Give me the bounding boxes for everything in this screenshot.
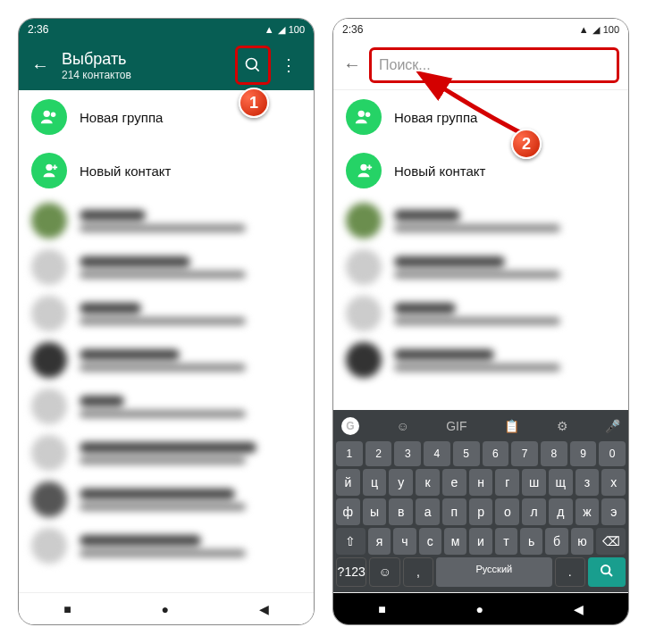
mic-icon[interactable]: 🎤	[605, 419, 620, 433]
search-input[interactable]: Поиск...	[379, 57, 609, 73]
list-item[interactable]	[19, 197, 314, 244]
key-5[interactable]: 5	[453, 441, 480, 466]
key-search[interactable]	[588, 557, 626, 587]
key-р[interactable]: р	[469, 498, 493, 525]
clipboard-icon[interactable]: 📋	[504, 419, 519, 433]
list-item[interactable]	[19, 523, 314, 569]
key-ы[interactable]: ы	[363, 498, 387, 525]
battery-icon: 100	[289, 24, 305, 35]
back-button[interactable]: ←	[339, 54, 366, 75]
new-contact-label: Новый контакт	[80, 163, 301, 179]
key-й[interactable]: й	[336, 469, 360, 496]
key-space[interactable]: Русский	[436, 557, 551, 587]
key-а[interactable]: а	[416, 498, 440, 525]
keyboard-row-2: фывапролджэ	[336, 498, 626, 525]
key-7[interactable]: 7	[511, 441, 538, 466]
key-в[interactable]: в	[389, 498, 413, 525]
list-item[interactable]	[333, 197, 628, 244]
key-я[interactable]: я	[368, 528, 391, 555]
key-с[interactable]: с	[419, 528, 441, 555]
key-к[interactable]: к	[416, 469, 440, 496]
list-item[interactable]	[333, 290, 628, 337]
key-п[interactable]: п	[442, 498, 466, 525]
key-у[interactable]: у	[389, 469, 413, 496]
key-щ[interactable]: щ	[549, 469, 573, 496]
keyboard: G ☺ GIF 📋 ⚙ 🎤 1234567890 йцукенгшщзх фыв…	[333, 410, 628, 592]
key-shift[interactable]: ⇧	[336, 528, 366, 555]
callout-badge-1: 1	[239, 88, 269, 118]
key-о[interactable]: о	[495, 498, 519, 525]
contact-list[interactable]: Новая группа Новый контакт	[19, 90, 314, 592]
svg-point-0	[247, 59, 257, 70]
android-navbar: ■ ● ◀	[19, 592, 314, 624]
list-item[interactable]	[19, 244, 314, 290]
key-э[interactable]: э	[601, 498, 626, 525]
key-8[interactable]: 8	[541, 441, 567, 466]
key-ю[interactable]: ю	[571, 528, 593, 555]
list-item[interactable]	[19, 476, 314, 523]
key-ж[interactable]: ж	[576, 498, 600, 525]
key-emoji[interactable]: ☺	[369, 557, 399, 587]
status-bar: 2:36 ▲ ◢ 100	[333, 19, 628, 40]
key-т[interactable]: т	[495, 528, 517, 555]
key-1[interactable]: 1	[336, 441, 363, 466]
key-з[interactable]: з	[576, 469, 600, 496]
key-и[interactable]: и	[469, 528, 492, 555]
key-symbols[interactable]: ?123	[336, 557, 366, 587]
key-л[interactable]: л	[522, 498, 546, 525]
list-item[interactable]	[333, 244, 628, 290]
menu-button[interactable]: ⋮	[271, 47, 307, 83]
key-6[interactable]: 6	[483, 441, 509, 466]
wifi-icon: ▲	[579, 24, 589, 35]
list-item[interactable]	[19, 290, 314, 337]
key-ф[interactable]: ф	[336, 498, 360, 525]
list-item[interactable]	[333, 337, 628, 383]
keyboard-row-3: ⇧ячсмитьбю⌫	[336, 528, 626, 555]
key-ь[interactable]: ь	[520, 528, 542, 555]
nav-recent[interactable]: ■	[63, 602, 71, 616]
new-contact-row[interactable]: Новый контакт	[333, 144, 628, 197]
svg-point-2	[44, 111, 50, 117]
nav-home[interactable]: ●	[476, 602, 483, 616]
key-3[interactable]: 3	[394, 441, 421, 466]
nav-back[interactable]: ◀	[574, 602, 584, 616]
key-4[interactable]: 4	[424, 441, 450, 466]
key-х[interactable]: х	[601, 469, 626, 496]
add-contact-icon	[346, 153, 382, 188]
key-ч[interactable]: ч	[393, 528, 416, 555]
gif-button[interactable]: GIF	[446, 419, 466, 433]
nav-recent[interactable]: ■	[378, 602, 385, 616]
list-item[interactable]	[19, 430, 314, 476]
key-е[interactable]: е	[442, 469, 466, 496]
nav-back[interactable]: ◀	[259, 602, 269, 616]
key-д[interactable]: д	[549, 498, 573, 525]
key-г[interactable]: г	[495, 469, 519, 496]
appbar: ← Выбрать 214 контактов ⋮	[19, 40, 314, 90]
key-period[interactable]: .	[555, 557, 585, 587]
callout-arrow	[416, 71, 567, 152]
key-ц[interactable]: ц	[363, 469, 387, 496]
key-ш[interactable]: ш	[522, 469, 546, 496]
appbar-title: Выбрать	[62, 50, 235, 69]
sticker-icon[interactable]: ☺	[396, 419, 408, 433]
list-item[interactable]	[19, 337, 314, 383]
back-button[interactable]: ←	[26, 55, 55, 76]
nav-home[interactable]: ●	[162, 602, 169, 616]
key-2[interactable]: 2	[366, 441, 392, 466]
key-н[interactable]: н	[469, 469, 493, 496]
phone-left: 2:36 ▲ ◢ 100 ← Выбрать 214 контактов ⋮ Н…	[18, 18, 315, 625]
key-0[interactable]: 0	[599, 441, 626, 466]
google-icon[interactable]: G	[341, 417, 359, 435]
settings-icon[interactable]: ⚙	[557, 419, 568, 433]
key-м[interactable]: м	[444, 528, 466, 555]
status-bar: 2:36 ▲ ◢ 100	[19, 19, 314, 40]
key-б[interactable]: б	[545, 528, 567, 555]
group-icon	[31, 99, 67, 135]
key-9[interactable]: 9	[570, 441, 597, 466]
new-contact-row[interactable]: Новый контакт	[19, 144, 314, 197]
key-comma[interactable]: ,	[403, 557, 433, 587]
new-group-row[interactable]: Новая группа	[19, 90, 314, 144]
list-item[interactable]	[19, 383, 314, 430]
search-button[interactable]	[235, 47, 271, 83]
key-backspace[interactable]: ⌫	[596, 528, 626, 555]
